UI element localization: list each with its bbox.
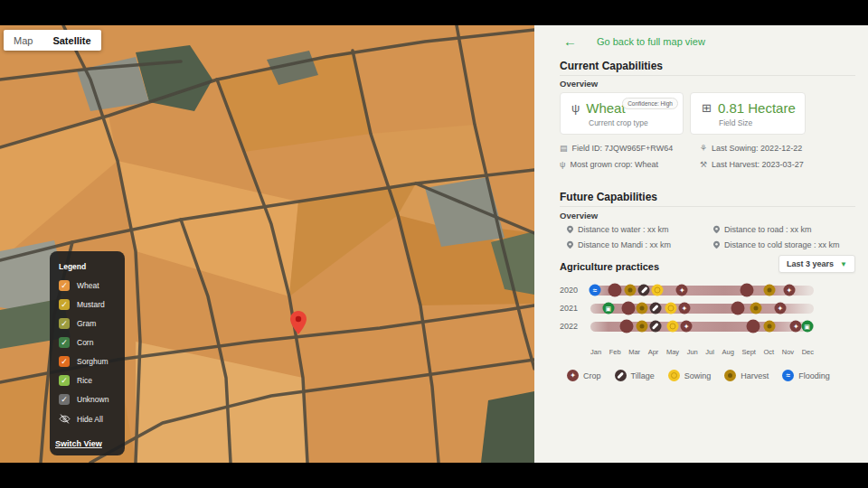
field-size-value: 0.81 Hectare	[718, 100, 796, 116]
harvest-event-icon[interactable]	[750, 303, 761, 314]
timeline-band-2022: ✦✦▣	[590, 322, 814, 332]
sowing-event-icon[interactable]	[652, 285, 664, 296]
checkbox-corn[interactable]: ✓	[59, 337, 70, 348]
month-label: Jun	[687, 348, 698, 356]
divider	[560, 75, 855, 76]
legend-item-label: Sorghum	[77, 357, 108, 366]
tillage-event-icon[interactable]	[649, 303, 661, 314]
range-selector-value: Last 3 years	[787, 259, 834, 268]
harvest-event-icon[interactable]	[763, 321, 775, 333]
distance-mandi-text: Distance to Mandi : xx km	[578, 240, 671, 249]
legend-item-label: Gram	[77, 319, 96, 328]
legend-item-wheat[interactable]: ✓Wheat	[59, 280, 119, 291]
harvest-event-icon[interactable]	[636, 303, 647, 314]
crop-legend-panel: Legend ✓Wheat✓Mustard✓Gram✓Corn✓Sorghum✓…	[50, 251, 125, 455]
checkbox-wheat[interactable]: ✓	[59, 280, 70, 291]
flooding-icon: ≈	[782, 370, 794, 381]
crop-event-icon[interactable]: ✦	[678, 303, 690, 314]
crop-event-icon[interactable]	[621, 302, 635, 315]
timeline-band-2021: ▣✦✦	[590, 304, 814, 314]
crop-event-icon[interactable]: ✦	[790, 321, 802, 333]
legend-item-label: Mustard	[77, 300, 105, 309]
month-label: Aug	[722, 348, 734, 356]
crop-event-icon[interactable]: ✦	[681, 321, 693, 333]
map-type-control: Map Satellite	[4, 30, 101, 51]
map-view-button[interactable]: Map	[4, 35, 42, 46]
timeline-band-2020: ≈✦✦	[590, 286, 814, 296]
month-label: Jul	[705, 348, 714, 356]
flooding-event-icon[interactable]: ≈	[589, 285, 600, 296]
divider	[560, 206, 855, 207]
sowing-event-icon[interactable]	[665, 303, 676, 314]
distance-to-mandi: Distance to Mandi : xx km	[567, 240, 671, 249]
crop-event-icon[interactable]	[747, 320, 760, 333]
switch-view-link[interactable]: Switch View	[55, 439, 102, 448]
app-window: Map Satellite Legend ✓Wheat✓Mustard✓Gram…	[0, 0, 868, 488]
timeline-row-2022: 2022✦✦▣	[560, 320, 814, 333]
distance-water-text: Distance to water : xx km	[578, 225, 669, 234]
current-crop-card: Confidence: High ψ Wheat Current crop ty…	[560, 92, 684, 135]
crop-plant-icon: ψ	[560, 160, 565, 169]
pin-icon	[713, 225, 720, 234]
distance-to-road: Distance to road : xx km	[713, 225, 812, 234]
event-legend-sowing: Sowing	[668, 370, 712, 381]
year-label: 2022	[560, 322, 590, 331]
range-selector-dropdown[interactable]: Last 3 years ▼	[778, 255, 855, 273]
back-to-map-link[interactable]: ← Go back to full map view	[563, 34, 705, 48]
distance-to-water: Distance to water : xx km	[567, 225, 669, 234]
legend-item-sorghum[interactable]: ✓Sorghum	[59, 356, 119, 367]
legend-item-gram[interactable]: ✓Gram	[59, 318, 119, 329]
field-size-card: ⊞ 0.81 Hectare Field Size	[690, 92, 806, 135]
legend-item-unknown[interactable]: ✓Unknown	[59, 394, 119, 405]
green-event-icon[interactable]: ▣	[602, 303, 614, 314]
checkbox-sorghum[interactable]: ✓	[59, 356, 70, 367]
last-sowing-text: Last Sowing: 2022-12-22	[712, 144, 802, 153]
harvest-event-icon[interactable]	[763, 285, 775, 296]
event-legend-label: Sowing	[684, 371, 712, 380]
satellite-view-button[interactable]: Satellite	[42, 35, 100, 46]
legend-item-corn[interactable]: ✓Corn	[59, 337, 119, 348]
id-card-icon: ▤	[560, 144, 568, 153]
crop-event-icon[interactable]: ✦	[783, 285, 795, 296]
distance-road-text: Distance to road : xx km	[724, 225, 812, 234]
harvest-tool-icon: ⚒	[700, 160, 707, 169]
month-label: Feb	[609, 348, 621, 356]
future-capabilities-title: Future Capabilities	[560, 191, 657, 203]
legend-item-rice[interactable]: ✓Rice	[59, 375, 119, 386]
legend-title: Legend	[59, 262, 119, 271]
checkbox-gram[interactable]: ✓	[59, 318, 70, 329]
crop-event-icon[interactable]	[609, 284, 622, 297]
event-legend: ✦CropTillageSowingHarvest≈Flooding	[567, 370, 830, 381]
event-legend-crop: ✦Crop	[567, 370, 601, 381]
month-label: Dec	[802, 348, 814, 356]
field-id-detail: ▤ Field ID: 7JQW965F+RW64	[560, 144, 673, 153]
checkbox-unknown[interactable]: ✓	[59, 394, 70, 405]
hide-all-button[interactable]: Hide All	[59, 413, 119, 425]
crop-event-icon[interactable]: ✦	[676, 285, 688, 296]
crop-icon: ✦	[567, 370, 579, 381]
tillage-event-icon[interactable]	[638, 285, 650, 296]
field-marker-pin[interactable]	[290, 311, 307, 334]
distance-to-cold-storage: Distance to cold storage : xx km	[713, 240, 840, 249]
harvest-event-icon[interactable]	[625, 285, 637, 296]
satellite-map[interactable]: Map Satellite Legend ✓Wheat✓Mustard✓Gram…	[0, 25, 534, 463]
legend-item-label: Corn	[77, 338, 93, 347]
month-label: Apr	[648, 348, 659, 356]
green-event-icon[interactable]: ▣	[801, 321, 813, 333]
tillage-event-icon[interactable]	[649, 321, 661, 333]
harvest-event-icon[interactable]	[636, 321, 647, 333]
crop-event-icon[interactable]	[731, 302, 745, 315]
month-label: Mar	[628, 348, 640, 356]
crop-event-icon[interactable]	[740, 284, 753, 297]
future-overview-label: Overview	[560, 211, 598, 221]
field-details-panel: ← Go back to full map view Current Capab…	[534, 25, 868, 463]
most-grown-crop-detail: ψ Most grown crop: Wheat	[560, 160, 658, 169]
checkbox-rice[interactable]: ✓	[59, 375, 70, 386]
sowing-event-icon[interactable]	[667, 321, 679, 333]
checkbox-mustard[interactable]: ✓	[59, 299, 70, 310]
legend-item-mustard[interactable]: ✓Mustard	[59, 299, 119, 310]
crop-event-icon[interactable]	[619, 320, 633, 333]
back-arrow-icon: ←	[563, 34, 577, 48]
crop-event-icon[interactable]: ✦	[774, 303, 786, 314]
distance-cold-storage-text: Distance to cold storage : xx km	[724, 240, 840, 249]
